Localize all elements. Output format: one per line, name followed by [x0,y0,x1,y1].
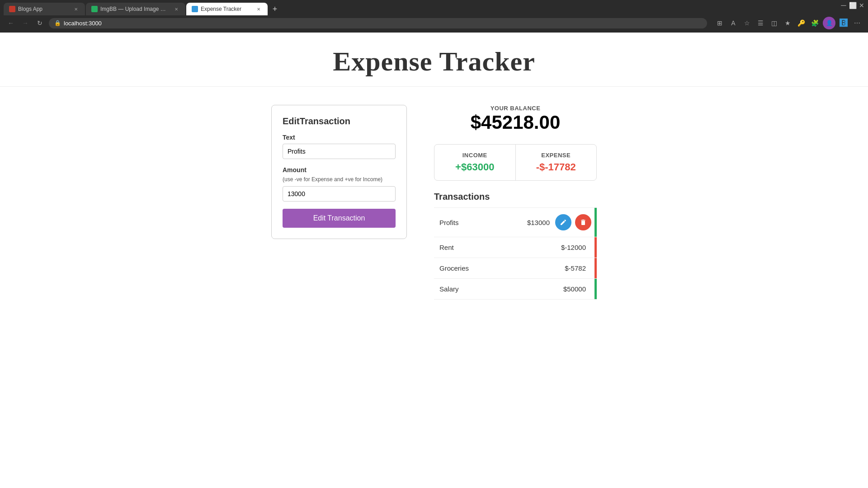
tab-label-blogs: Blogs App [18,6,70,12]
trash-icon [580,219,587,226]
edit-transaction-icon-button[interactable] [555,214,571,230]
amount-input[interactable] [283,186,396,202]
tab-label-expense: Expense Tracker [201,6,252,12]
transaction-amount: $-12000 [561,244,586,251]
balance-amount: $45218.00 [434,112,597,133]
address-bar: ← → ↻ 🔒 localhost:3000 ⊞ A ☆ ☰ ◫ ★ 🔑 🧩 👤… [0,15,868,31]
transaction-name: Profits [439,219,527,226]
amount-hint: (use -ve for Expense and +ve for Income) [283,176,396,183]
tab-favicon-expense [192,6,198,12]
tab-label-imgbb: ImgBB — Upload Image — Free... [100,6,170,12]
transaction-item: Salary $50000 [434,279,597,300]
income-label: INCOME [442,152,508,159]
tab-close-expense[interactable]: ✕ [255,5,262,13]
text-label: Text [283,134,396,141]
security-icon: 🔒 [54,20,61,26]
transaction-amount: $13000 [527,219,550,226]
tab-close-imgbb[interactable]: ✕ [173,5,180,13]
apps-icon[interactable]: ⊞ [714,18,725,28]
transaction-name: Salary [439,285,563,293]
url-text: localhost:3000 [64,20,102,27]
transaction-amount: $50000 [563,285,586,293]
transactions-title: Transactions [434,192,597,202]
reload-button[interactable]: ↻ [34,18,45,28]
app-content: Expense Tracker EditTransaction Text Amo… [0,33,868,488]
transaction-name: Groceries [439,264,565,272]
more-button[interactable]: ⋯ [852,18,863,28]
font-icon[interactable]: A [728,18,739,28]
back-button[interactable]: ← [5,18,16,28]
password-icon[interactable]: 🔑 [796,18,807,28]
forward-button[interactable]: → [20,18,31,28]
transaction-item: Profits $13000 [434,207,597,237]
expense-label: EXPENSE [523,152,590,159]
transactions-list: Profits $13000 [434,207,597,300]
profile-avatar[interactable]: 👤 [823,17,835,29]
app-header: Expense Tracker [0,33,868,87]
transaction-amount: $-5782 [565,264,586,272]
tab-expense-tracker[interactable]: Expense Tracker ✕ [186,3,268,15]
favorites-bar-icon[interactable]: ★ [782,18,793,28]
tab-imgbb[interactable]: ImgBB — Upload Image — Free... ✕ [86,3,185,15]
balance-section: YOUR BALANCE $45218.00 [434,105,597,133]
edit-transaction-button[interactable]: Edit Transaction [283,209,396,228]
browser-actions: ⊞ A ☆ ☰ ◫ ★ 🔑 🧩 👤 🅱 ⋯ [714,17,863,29]
expense-cell: EXPENSE -$-17782 [516,145,597,180]
bing-icon[interactable]: 🅱 [838,18,849,28]
tab-close-blogs[interactable]: ✕ [72,5,80,13]
tab-favicon-blogs [9,6,15,12]
favorites-icon[interactable]: ☆ [741,18,752,28]
income-amount: +$63000 [442,161,508,173]
transaction-name: Rent [439,244,561,251]
delete-transaction-button[interactable] [575,214,591,230]
edit-icon [560,219,567,226]
balance-label: YOUR BALANCE [434,105,597,112]
tab-favicon-imgbb [91,6,98,12]
text-input[interactable] [283,144,396,159]
browser-chrome: Blogs App ✕ ImgBB — Upload Image — Free.… [0,0,868,33]
close-button[interactable]: ✕ [859,3,864,8]
split-icon[interactable]: ◫ [769,18,779,28]
new-tab-button[interactable]: + [269,3,281,15]
transaction-item: Groceries $-5782 [434,258,597,279]
income-cell: INCOME +$63000 [434,145,516,180]
extensions-icon[interactable]: 🧩 [809,18,820,28]
collections-icon[interactable]: ☰ [755,18,766,28]
app-title: Expense Tracker [9,46,859,77]
tab-blogs-app[interactable]: Blogs App ✕ [4,3,85,15]
transaction-item: Rent $-12000 [434,237,597,258]
edit-form-title: EditTransaction [283,116,396,127]
amount-label: Amount [283,166,396,174]
expense-amount: -$-17782 [523,161,590,173]
income-expense-box: INCOME +$63000 EXPENSE -$-17782 [434,144,597,181]
edit-transaction-panel: EditTransaction Text Amount (use -ve for… [271,105,407,239]
url-bar[interactable]: 🔒 localhost:3000 [49,18,707,28]
maximize-button[interactable]: ⬜ [850,3,855,8]
main-content: EditTransaction Text Amount (use -ve for… [0,87,868,318]
minimize-button[interactable]: ─ [841,3,846,8]
right-panel: YOUR BALANCE $45218.00 INCOME +$63000 EX… [434,105,597,300]
transactions-section: Transactions Profits $13000 [434,192,597,300]
transaction-actions [555,214,591,230]
